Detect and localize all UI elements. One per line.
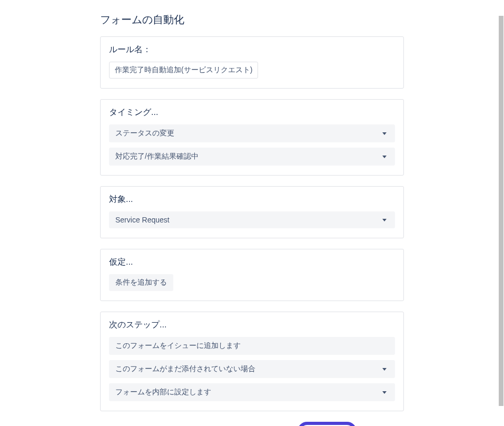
target-panel: 対象... Service Request — [100, 186, 404, 238]
timing-panel: タイミング... ステータスの変更 対応完了/作業結果確認中 — [100, 99, 404, 176]
step-not-attached-value: このフォームがまだ添付されていない場合 — [115, 364, 255, 374]
target-value: Service Request — [115, 216, 170, 224]
assumption-panel: 仮定... 条件を追加する — [100, 249, 404, 301]
target-heading: 対象... — [109, 194, 395, 205]
timing-trigger-select[interactable]: ステータスの変更 — [109, 124, 395, 142]
rule-name-panel: ルール名： 作業完了時自動追加(サービスリクエスト) — [100, 36, 404, 89]
chevron-down-icon — [382, 391, 387, 394]
scrollbar-thumb[interactable] — [499, 16, 503, 406]
chevron-down-icon — [382, 132, 387, 135]
chevron-down-icon — [382, 219, 387, 221]
timing-trigger-value: ステータスの変更 — [115, 129, 174, 138]
step-internal-value: フォームを内部に設定します — [115, 388, 211, 397]
chevron-down-icon — [382, 156, 387, 158]
chevron-down-icon — [382, 368, 387, 371]
step-internal-select[interactable]: フォームを内部に設定します — [109, 383, 395, 401]
rule-name-chip[interactable]: 作業完了時自動追加(サービスリクエスト) — [109, 62, 258, 79]
next-steps-panel: 次のステップ... このフォームをイシューに追加します このフォームがまだ添付さ… — [100, 312, 404, 411]
page-title: フォームの自動化 — [100, 13, 404, 27]
scrollbar-track[interactable] — [498, 16, 504, 406]
step-add-form-select[interactable]: このフォームをイシューに追加します — [109, 337, 395, 355]
timing-heading: タイミング... — [109, 107, 395, 118]
save-highlight-ring: 保存する — [298, 422, 357, 426]
timing-status-select[interactable]: 対応完了/作業結果確認中 — [109, 148, 395, 166]
rule-name-heading: ルール名： — [109, 44, 395, 55]
timing-status-value: 対応完了/作業結果確認中 — [115, 152, 199, 161]
step-not-attached-select[interactable]: このフォームがまだ添付されていない場合 — [109, 360, 395, 378]
assumption-heading: 仮定... — [109, 257, 395, 268]
footer-actions: 保存する キャンセル — [100, 422, 404, 426]
step-add-form-value: このフォームをイシューに追加します — [115, 341, 241, 351]
target-select[interactable]: Service Request — [109, 211, 395, 228]
add-condition-button[interactable]: 条件を追加する — [109, 274, 173, 291]
next-steps-heading: 次のステップ... — [109, 320, 395, 331]
